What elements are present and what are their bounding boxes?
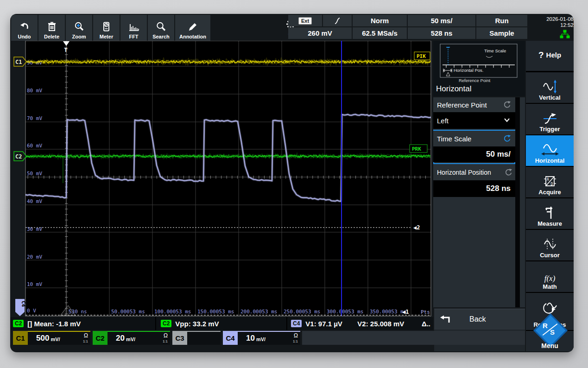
svg-text:C2: C2 <box>15 153 22 160</box>
reference-point-dropdown[interactable]: Left <box>433 112 515 129</box>
fft-button[interactable]: FFT <box>120 15 147 41</box>
sidebar-item-horizontal[interactable]: Horizontal <box>526 135 574 166</box>
sidebar-item-menu[interactable]: R S Menu <box>526 331 574 351</box>
c2-probe: 1:1 <box>163 339 168 343</box>
sidebar-item-trigger[interactable]: Trigger <box>526 104 574 134</box>
svg-text:200.00053 ms: 200.00053 ms <box>240 309 277 315</box>
adc-icon: AD <box>542 175 558 189</box>
svg-text:A: A <box>547 178 549 182</box>
channel-c3-badge[interactable]: C3 <box>172 331 187 345</box>
oscilloscope-screen: Undo Delete Zoom Meter FFT Search Anno <box>10 14 574 352</box>
sidebar-item-math[interactable]: f(x) Math <box>526 261 574 292</box>
svg-text:150.00053 ms: 150.00053 ms <box>197 309 234 315</box>
measurement-2-channel-badge: C2 <box>161 320 171 327</box>
horizontal-position-value[interactable]: 528 ns <box>433 180 515 197</box>
sine-horizontal-arrow-icon <box>541 142 559 157</box>
chevron-down-icon <box>504 117 510 123</box>
search-button[interactable]: Search <box>148 15 174 41</box>
back-button[interactable]: Back <box>434 309 525 330</box>
measurement-bar: C2 [] Mean: -1.8 mV C2 Vpp: 33.2 mV C4 V… <box>10 317 433 330</box>
svg-text:100.00053 ms: 100.00053 ms <box>154 309 191 315</box>
svg-text:0 V: 0 V <box>27 308 36 314</box>
cursor-sine-icon <box>542 237 558 252</box>
horizontal-panel: Time Scale Horizontal Pos. Reference Poi… <box>433 41 525 351</box>
sidebar-item-acquire[interactable]: AD Acquire <box>526 167 574 197</box>
time-scale-item[interactable]: Time Scale <box>433 131 515 146</box>
c1-impedance: Ω <box>84 332 88 339</box>
svg-text:PRK: PRK <box>412 146 421 152</box>
svg-text:◀2: ◀2 <box>413 224 420 231</box>
measurement-2[interactable]: C2 Vpp: 33.2 mV <box>155 317 286 330</box>
channel-c3-scale[interactable] <box>187 331 221 345</box>
rotate-knob-icon-active <box>503 134 511 143</box>
panel-scrollbar[interactable] <box>515 97 520 307</box>
svg-text:30 mV: 30 mV <box>27 226 42 232</box>
datetime-display: 2026-01-08 12:52 <box>529 15 574 41</box>
channel-c4-badge[interactable]: C4 <box>223 331 238 345</box>
c4-impedance: Ω <box>294 332 298 339</box>
channel-c4-scale[interactable]: 10 mV/ Ω1:1 <box>238 331 300 345</box>
measurement-1-channel-badge: C2 <box>13 320 24 327</box>
trigger-mode-cell[interactable]: Norm <box>353 15 407 26</box>
trigger-level-cell[interactable]: 260 mV <box>288 27 352 39</box>
sidebar-item-measure[interactable]: Measure <box>526 198 574 229</box>
svg-text:T: T <box>64 46 68 53</box>
delete-button[interactable]: Delete <box>38 15 65 41</box>
channel-bar-empty <box>302 331 525 345</box>
measurement-1[interactable]: C2 [] Mean: -1.8 mV <box>10 317 155 330</box>
channel-c1-badge[interactable]: C1 <box>13 331 28 345</box>
trigger-source-badge: Ext <box>298 17 312 25</box>
time-scale-cell[interactable]: 50 ms/ <box>408 15 475 26</box>
svg-text:D: D <box>550 182 553 186</box>
trigger-slope-icon <box>542 112 558 126</box>
channel-c2-scale[interactable]: 20 mV/ Ω1:1 <box>107 331 170 345</box>
sample-rate-cell[interactable]: 62.5 MSa/s <box>353 27 407 39</box>
waveform-display[interactable]: 90 mV80 mV70 mV60 mV50 mV40 mV30 mV20 mV… <box>10 41 433 317</box>
reference-point-item[interactable]: Reference Point <box>433 97 515 112</box>
spectrum-icon <box>128 20 140 34</box>
channel-c1-scale[interactable]: 500 mV/ Ω1:1 <box>28 331 90 345</box>
panel-title: Horizontal <box>436 84 472 94</box>
caliper-icon <box>543 205 557 220</box>
svg-text:50 mV: 50 mV <box>27 171 42 177</box>
diagram-horizontal-pos-label: Horizontal Pos. <box>454 68 483 73</box>
acquisition-mode-cell[interactable]: Sample <box>476 27 527 39</box>
channel-bar: C1 500 mV/ Ω1:1 C2 20 mV/ Ω1:1 C3 C4 10 … <box>10 331 525 346</box>
run-state-cell[interactable]: Run <box>476 15 527 26</box>
svg-text:350.00053 ms: 350.00053 ms <box>370 309 406 315</box>
question-icon: ? <box>538 50 544 60</box>
network-icon <box>560 30 570 39</box>
time-scale-value[interactable]: 50 ms/ <box>433 146 515 162</box>
annotation-button[interactable]: Annotation <box>175 15 210 41</box>
panel-header: Time Scale Horizontal Pos. Reference Poi… <box>433 41 525 96</box>
diagram-reference-point-label: Reference Point <box>440 78 509 83</box>
horizontal-position-item[interactable]: Horizontal Position <box>433 165 515 180</box>
cursor-results[interactable]: C4 V1: 97.1 µV V2: 25.008 mV Δ.. <box>286 317 433 330</box>
zoom-button[interactable]: Zoom <box>66 15 92 41</box>
svg-text:10 mV: 10 mV <box>27 281 42 287</box>
fx-icon: f(x) <box>544 274 556 283</box>
svg-text:PIK: PIK <box>417 53 426 59</box>
horizontal-position-cell[interactable]: 528 ns <box>408 27 475 39</box>
trigger-source-cell[interactable]: Ext <box>288 15 322 26</box>
undo-button[interactable]: Undo <box>11 15 38 41</box>
svg-text:60 mV: 60 mV <box>27 143 42 149</box>
multimeter-icon <box>101 20 112 34</box>
trigger-slope-cell[interactable] <box>323 15 352 26</box>
svg-text:◀1: ◀1 <box>402 309 409 315</box>
panel-items: Reference Point Left Time Scale 50 ms/ <box>433 97 525 307</box>
sidebar-item-help[interactable]: ? Help <box>526 41 574 71</box>
sidebar-item-vertical[interactable]: Vertical <box>526 72 574 103</box>
sidebar-item-cursor[interactable]: Cursor <box>526 230 574 260</box>
c1-probe: 1:1 <box>83 339 88 343</box>
sidebar-menu: ? Help Vertical Trigger Horizontal AD A <box>526 41 574 351</box>
meter-button[interactable]: Meter <box>93 15 120 41</box>
svg-text:300.00053 ms: 300.00053 ms <box>327 309 363 315</box>
c2-impedance: Ω <box>164 332 168 339</box>
svg-text:C4: C4 <box>20 301 26 307</box>
svg-text:Pts: Pts <box>421 309 430 315</box>
back-arrow-icon <box>440 315 451 324</box>
svg-text:20 mV: 20 mV <box>27 254 42 260</box>
sine-vertical-arrow-icon <box>542 79 558 94</box>
channel-c2-badge[interactable]: C2 <box>93 331 107 345</box>
